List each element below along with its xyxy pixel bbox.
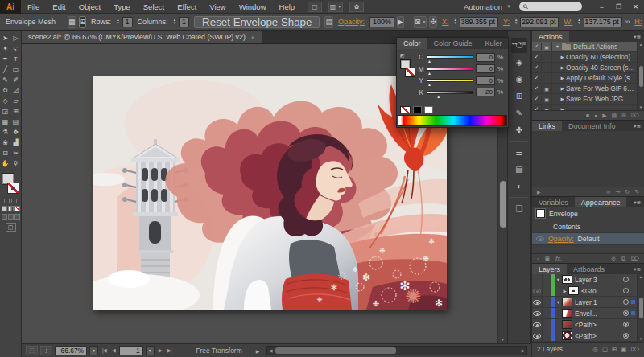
y-stepper[interactable]: ▲▼: [514, 18, 518, 25]
cyan-slider[interactable]: ▲: [427, 55, 473, 59]
columns-input[interactable]: 1: [179, 17, 189, 27]
update-link-button[interactable]: ↻: [625, 189, 630, 195]
menu-help[interactable]: Help: [273, 0, 302, 14]
panel-menu-icon[interactable]: ▾≣: [634, 199, 641, 206]
add-effect-button[interactable]: fx.: [555, 255, 562, 262]
w-label[interactable]: W:: [561, 18, 575, 26]
stepper-down-icon[interactable]: ▼: [173, 22, 176, 25]
tab-kuler[interactable]: Kuler: [479, 38, 509, 49]
magic-wand-tool[interactable]: ✶: [0, 43, 10, 54]
artboard[interactable]: ✻ ✻ ❉ ✻ ❉ ✻ ❉ ✻ ✻ ❉ ✻ ✺: [93, 76, 447, 310]
dialog-toggle[interactable]: ▣: [542, 84, 552, 93]
draw-behind-button[interactable]: [8, 214, 14, 220]
slider-thumb-icon[interactable]: ▲: [427, 59, 431, 64]
zoom-dropdown-icon[interactable]: ▼: [89, 346, 98, 355]
rows-input[interactable]: 1: [122, 17, 133, 27]
action-row[interactable]: ✓ ▣ ▶ Save For Web GIF 64 Dithe...: [532, 84, 637, 94]
pen-tool[interactable]: ✒: [0, 54, 10, 64]
symbols-panel-icon[interactable]: ✤: [511, 122, 527, 137]
panel-menu-icon[interactable]: ▾≣: [634, 266, 641, 273]
target-circle-icon[interactable]: [623, 299, 629, 305]
toggle-item-check[interactable]: ✓: [532, 75, 542, 81]
target-circle-icon[interactable]: [623, 310, 629, 316]
dialog-toggle[interactable]: ▣: [542, 42, 552, 51]
stroke-panel-icon[interactable]: ☰: [511, 145, 527, 160]
tab-color-guide[interactable]: Color Guide: [427, 38, 479, 49]
shape-builder-tool[interactable]: ◲: [0, 106, 10, 117]
expander-icon[interactable]: ▼: [555, 300, 562, 305]
visibility-eye-icon[interactable]: [532, 319, 543, 330]
duplicate-item-button[interactable]: ⧉: [621, 256, 625, 262]
action-row[interactable]: ✓ ▶ Opacity 60 (selection): [532, 52, 637, 63]
status-popup-icon[interactable]: ▶: [256, 348, 260, 354]
rows-stepper[interactable]: ▲▼: [116, 18, 119, 25]
blend-tool[interactable]: ❖: [10, 127, 21, 137]
color-guide-panel-icon[interactable]: ◈: [511, 55, 527, 70]
columns-stepper[interactable]: ▲▼: [173, 18, 176, 25]
visibility-eye-icon[interactable]: [532, 285, 543, 296]
scroll-down-icon[interactable]: ▼: [639, 337, 642, 341]
delete-item-button[interactable]: ⌦: [631, 256, 639, 262]
close-tab-icon[interactable]: ×: [251, 34, 255, 41]
rectangle-tool[interactable]: ▭: [10, 64, 21, 75]
stroke-swatch[interactable]: [405, 68, 415, 77]
opacity-dropdown-icon[interactable]: ▶: [397, 16, 404, 28]
visibility-eye-icon[interactable]: [532, 274, 543, 285]
magenta-slider[interactable]: ▲: [427, 68, 473, 71]
layer-row[interactable]: Envel...: [532, 308, 637, 319]
color-spectrum-bar[interactable]: [398, 115, 507, 126]
constrain-proportions-icon[interactable]: ∞: [625, 18, 630, 26]
expander-icon[interactable]: ▶: [559, 96, 566, 101]
add-stroke-button[interactable]: ▫: [537, 256, 539, 261]
black-swatch[interactable]: [413, 106, 422, 113]
w-input[interactable]: 137.175 pt: [584, 17, 622, 27]
scroll-up-icon[interactable]: ▲: [639, 275, 642, 279]
close-button[interactable]: ✕: [627, 1, 644, 13]
stroke-swatch[interactable]: [7, 183, 19, 194]
last-artboard-button[interactable]: ▶|: [166, 347, 173, 354]
stepper-down-icon[interactable]: ▼: [454, 22, 457, 25]
expander-icon[interactable]: ▶: [559, 76, 566, 80]
panel-menu-icon[interactable]: ▾≣: [519, 40, 526, 47]
yellow-slider[interactable]: ▲: [427, 79, 473, 82]
swatches-panel-icon[interactable]: ⊞: [511, 88, 527, 104]
perspective-grid-tool[interactable]: ⊞: [10, 106, 21, 117]
x-label[interactable]: X:: [440, 18, 452, 26]
opacity-input[interactable]: 100%: [369, 17, 394, 27]
width-tool[interactable]: ◇: [0, 96, 10, 106]
new-set-button[interactable]: ▤: [612, 113, 617, 119]
column-graph-tool[interactable]: ▟: [10, 137, 21, 148]
expander-icon[interactable]: ▼: [554, 44, 561, 49]
none-swatch[interactable]: [400, 106, 411, 113]
selection-tool[interactable]: ➤: [0, 33, 10, 43]
draw-normal-button[interactable]: [2, 214, 7, 220]
tab-appearance[interactable]: Appearance: [575, 197, 627, 207]
lasso-tool[interactable]: Ϛ: [10, 43, 21, 54]
layer-row[interactable]: ▼ Layer 1: [532, 297, 637, 308]
eyedropper-tool[interactable]: ⚗: [0, 127, 10, 137]
layers-scrollbar[interactable]: ▲ ▼: [637, 274, 644, 342]
layer-name[interactable]: <Path>: [575, 321, 597, 329]
scroll-down-icon[interactable]: ▼: [501, 335, 505, 343]
layer-name[interactable]: Layer 1: [575, 298, 597, 306]
dialog-toggle[interactable]: [542, 73, 552, 83]
edit-original-button[interactable]: ✎: [634, 189, 639, 195]
artboard-tool[interactable]: ⊡: [0, 148, 10, 158]
scroll-thumb[interactable]: [639, 66, 643, 87]
appearance-row-envelope[interactable]: Envelope: [532, 207, 644, 220]
tab-document-info[interactable]: Document Info: [562, 121, 622, 131]
play-button[interactable]: ▶: [602, 113, 606, 119]
envelope-mesh-icon[interactable]: ✣: [429, 16, 437, 28]
show-link-info-icon[interactable]: ▶: [537, 189, 541, 195]
expander-icon[interactable]: ▶: [561, 289, 568, 293]
paintbrush-tool[interactable]: ✎: [0, 75, 10, 85]
app-logo[interactable]: Ai: [0, 0, 21, 14]
target-circle-icon[interactable]: [623, 277, 629, 282]
edit-envelope-icon[interactable]: ▦: [68, 16, 76, 28]
white-swatch[interactable]: [424, 106, 433, 113]
tab-actions[interactable]: Actions: [532, 31, 569, 42]
panel-menu-icon[interactable]: ▾≣: [634, 123, 641, 129]
clear-appearance-button[interactable]: ⊘: [611, 256, 616, 262]
color-mode-button[interactable]: [2, 206, 7, 211]
swap-fill-stroke-icon[interactable]: [11, 199, 17, 203]
